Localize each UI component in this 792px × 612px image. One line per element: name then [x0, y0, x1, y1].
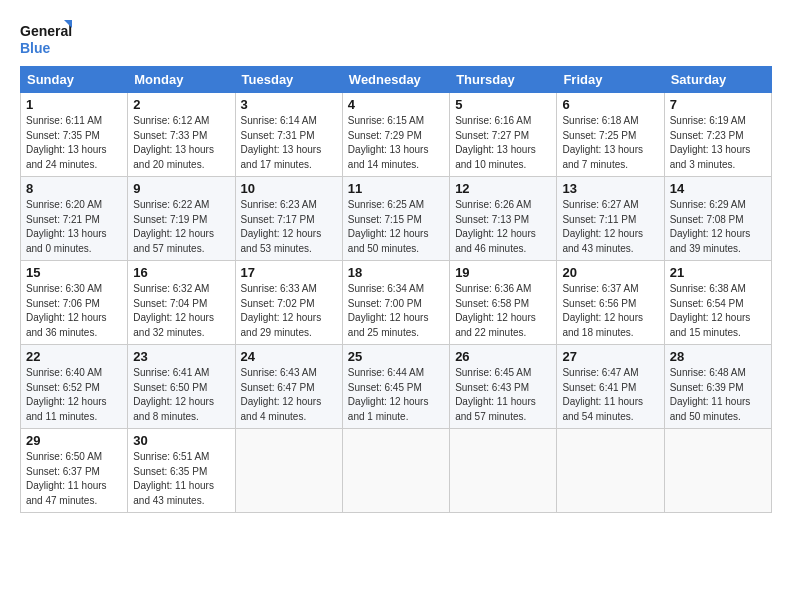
day-info: Sunrise: 6:40 AMSunset: 6:52 PMDaylight:…	[26, 366, 122, 424]
day-number: 6	[562, 97, 658, 112]
calendar-cell	[342, 429, 449, 513]
calendar-cell: 14Sunrise: 6:29 AMSunset: 7:08 PMDayligh…	[664, 177, 771, 261]
day-info: Sunrise: 6:41 AMSunset: 6:50 PMDaylight:…	[133, 366, 229, 424]
day-info: Sunrise: 6:16 AMSunset: 7:27 PMDaylight:…	[455, 114, 551, 172]
page-header: General Blue	[20, 18, 772, 58]
day-number: 9	[133, 181, 229, 196]
calendar-cell: 19Sunrise: 6:36 AMSunset: 6:58 PMDayligh…	[450, 261, 557, 345]
weekday-header: Saturday	[664, 67, 771, 93]
calendar-cell: 20Sunrise: 6:37 AMSunset: 6:56 PMDayligh…	[557, 261, 664, 345]
calendar-cell: 15Sunrise: 6:30 AMSunset: 7:06 PMDayligh…	[21, 261, 128, 345]
day-number: 7	[670, 97, 766, 112]
day-info: Sunrise: 6:29 AMSunset: 7:08 PMDaylight:…	[670, 198, 766, 256]
calendar-cell: 17Sunrise: 6:33 AMSunset: 7:02 PMDayligh…	[235, 261, 342, 345]
day-info: Sunrise: 6:11 AMSunset: 7:35 PMDaylight:…	[26, 114, 122, 172]
svg-text:Blue: Blue	[20, 40, 51, 56]
weekday-header: Friday	[557, 67, 664, 93]
day-info: Sunrise: 6:32 AMSunset: 7:04 PMDaylight:…	[133, 282, 229, 340]
day-number: 15	[26, 265, 122, 280]
logo: General Blue	[20, 18, 72, 58]
day-number: 17	[241, 265, 337, 280]
day-number: 22	[26, 349, 122, 364]
day-info: Sunrise: 6:33 AMSunset: 7:02 PMDaylight:…	[241, 282, 337, 340]
calendar-cell: 24Sunrise: 6:43 AMSunset: 6:47 PMDayligh…	[235, 345, 342, 429]
weekday-header: Sunday	[21, 67, 128, 93]
calendar-cell: 1Sunrise: 6:11 AMSunset: 7:35 PMDaylight…	[21, 93, 128, 177]
day-number: 28	[670, 349, 766, 364]
calendar-cell: 6Sunrise: 6:18 AMSunset: 7:25 PMDaylight…	[557, 93, 664, 177]
day-number: 24	[241, 349, 337, 364]
day-info: Sunrise: 6:15 AMSunset: 7:29 PMDaylight:…	[348, 114, 444, 172]
calendar-cell: 26Sunrise: 6:45 AMSunset: 6:43 PMDayligh…	[450, 345, 557, 429]
day-number: 27	[562, 349, 658, 364]
day-info: Sunrise: 6:50 AMSunset: 6:37 PMDaylight:…	[26, 450, 122, 508]
calendar-cell: 28Sunrise: 6:48 AMSunset: 6:39 PMDayligh…	[664, 345, 771, 429]
day-info: Sunrise: 6:22 AMSunset: 7:19 PMDaylight:…	[133, 198, 229, 256]
day-number: 3	[241, 97, 337, 112]
svg-text:General: General	[20, 23, 72, 39]
calendar-cell: 10Sunrise: 6:23 AMSunset: 7:17 PMDayligh…	[235, 177, 342, 261]
day-number: 10	[241, 181, 337, 196]
calendar-cell: 8Sunrise: 6:20 AMSunset: 7:21 PMDaylight…	[21, 177, 128, 261]
calendar-cell: 2Sunrise: 6:12 AMSunset: 7:33 PMDaylight…	[128, 93, 235, 177]
weekday-header: Monday	[128, 67, 235, 93]
day-info: Sunrise: 6:12 AMSunset: 7:33 PMDaylight:…	[133, 114, 229, 172]
day-info: Sunrise: 6:19 AMSunset: 7:23 PMDaylight:…	[670, 114, 766, 172]
day-info: Sunrise: 6:27 AMSunset: 7:11 PMDaylight:…	[562, 198, 658, 256]
calendar-header: SundayMondayTuesdayWednesdayThursdayFrid…	[21, 67, 772, 93]
day-number: 21	[670, 265, 766, 280]
calendar-cell: 21Sunrise: 6:38 AMSunset: 6:54 PMDayligh…	[664, 261, 771, 345]
calendar-cell: 18Sunrise: 6:34 AMSunset: 7:00 PMDayligh…	[342, 261, 449, 345]
calendar-cell: 3Sunrise: 6:14 AMSunset: 7:31 PMDaylight…	[235, 93, 342, 177]
calendar-cell: 12Sunrise: 6:26 AMSunset: 7:13 PMDayligh…	[450, 177, 557, 261]
calendar-cell: 27Sunrise: 6:47 AMSunset: 6:41 PMDayligh…	[557, 345, 664, 429]
calendar-cell: 16Sunrise: 6:32 AMSunset: 7:04 PMDayligh…	[128, 261, 235, 345]
day-number: 4	[348, 97, 444, 112]
day-info: Sunrise: 6:25 AMSunset: 7:15 PMDaylight:…	[348, 198, 444, 256]
day-number: 19	[455, 265, 551, 280]
day-info: Sunrise: 6:36 AMSunset: 6:58 PMDaylight:…	[455, 282, 551, 340]
calendar-cell: 11Sunrise: 6:25 AMSunset: 7:15 PMDayligh…	[342, 177, 449, 261]
day-info: Sunrise: 6:47 AMSunset: 6:41 PMDaylight:…	[562, 366, 658, 424]
day-info: Sunrise: 6:48 AMSunset: 6:39 PMDaylight:…	[670, 366, 766, 424]
day-number: 29	[26, 433, 122, 448]
calendar-cell: 23Sunrise: 6:41 AMSunset: 6:50 PMDayligh…	[128, 345, 235, 429]
calendar-cell: 5Sunrise: 6:16 AMSunset: 7:27 PMDaylight…	[450, 93, 557, 177]
day-number: 2	[133, 97, 229, 112]
calendar-cell: 25Sunrise: 6:44 AMSunset: 6:45 PMDayligh…	[342, 345, 449, 429]
day-info: Sunrise: 6:44 AMSunset: 6:45 PMDaylight:…	[348, 366, 444, 424]
weekday-header: Wednesday	[342, 67, 449, 93]
day-number: 5	[455, 97, 551, 112]
calendar-cell: 4Sunrise: 6:15 AMSunset: 7:29 PMDaylight…	[342, 93, 449, 177]
day-info: Sunrise: 6:14 AMSunset: 7:31 PMDaylight:…	[241, 114, 337, 172]
weekday-header: Tuesday	[235, 67, 342, 93]
calendar-cell: 13Sunrise: 6:27 AMSunset: 7:11 PMDayligh…	[557, 177, 664, 261]
day-info: Sunrise: 6:45 AMSunset: 6:43 PMDaylight:…	[455, 366, 551, 424]
calendar-cell: 9Sunrise: 6:22 AMSunset: 7:19 PMDaylight…	[128, 177, 235, 261]
day-info: Sunrise: 6:43 AMSunset: 6:47 PMDaylight:…	[241, 366, 337, 424]
day-number: 30	[133, 433, 229, 448]
day-number: 25	[348, 349, 444, 364]
day-info: Sunrise: 6:34 AMSunset: 7:00 PMDaylight:…	[348, 282, 444, 340]
day-number: 16	[133, 265, 229, 280]
day-number: 20	[562, 265, 658, 280]
day-info: Sunrise: 6:20 AMSunset: 7:21 PMDaylight:…	[26, 198, 122, 256]
calendar-cell	[557, 429, 664, 513]
calendar: SundayMondayTuesdayWednesdayThursdayFrid…	[20, 66, 772, 513]
day-info: Sunrise: 6:26 AMSunset: 7:13 PMDaylight:…	[455, 198, 551, 256]
day-info: Sunrise: 6:37 AMSunset: 6:56 PMDaylight:…	[562, 282, 658, 340]
calendar-cell: 7Sunrise: 6:19 AMSunset: 7:23 PMDaylight…	[664, 93, 771, 177]
day-number: 1	[26, 97, 122, 112]
day-info: Sunrise: 6:38 AMSunset: 6:54 PMDaylight:…	[670, 282, 766, 340]
calendar-cell: 22Sunrise: 6:40 AMSunset: 6:52 PMDayligh…	[21, 345, 128, 429]
day-info: Sunrise: 6:23 AMSunset: 7:17 PMDaylight:…	[241, 198, 337, 256]
calendar-cell: 29Sunrise: 6:50 AMSunset: 6:37 PMDayligh…	[21, 429, 128, 513]
day-number: 18	[348, 265, 444, 280]
day-number: 23	[133, 349, 229, 364]
weekday-header: Thursday	[450, 67, 557, 93]
calendar-cell: 30Sunrise: 6:51 AMSunset: 6:35 PMDayligh…	[128, 429, 235, 513]
day-info: Sunrise: 6:30 AMSunset: 7:06 PMDaylight:…	[26, 282, 122, 340]
day-number: 12	[455, 181, 551, 196]
logo-svg: General Blue	[20, 18, 72, 58]
day-info: Sunrise: 6:51 AMSunset: 6:35 PMDaylight:…	[133, 450, 229, 508]
